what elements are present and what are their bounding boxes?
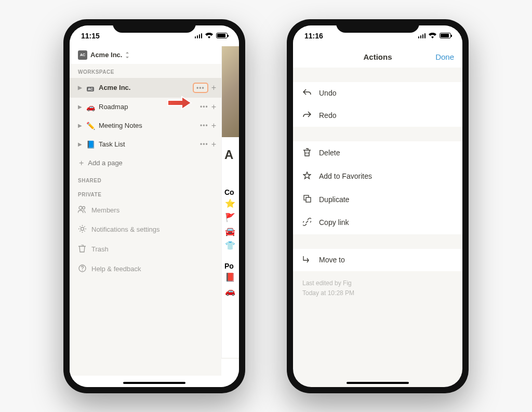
spacer	[293, 68, 462, 82]
row-actions: ••• +	[200, 121, 216, 130]
copy-link-button[interactable]: Copy link	[293, 211, 462, 234]
page-title-peek: A	[222, 137, 239, 172]
phone-right: 11:16 Actions Done Undo	[287, 19, 469, 393]
duplicate-button[interactable]: Duplicate	[293, 188, 462, 211]
add-icon[interactable]: +	[211, 140, 216, 149]
footer: Last edited by Fig Today at 10:28 PM	[293, 271, 462, 305]
add-page-button[interactable]: + Add a page	[70, 154, 221, 172]
phone-left: 11:15 AC Acme Inc. A Co ⭐ 🚩 🚘 👕	[63, 19, 245, 393]
members-label: Members	[91, 206, 119, 214]
svg-point-1	[83, 206, 85, 209]
private-section-label: PRIVATE	[70, 187, 221, 201]
star-icon	[302, 171, 312, 181]
action-label: Duplicate	[319, 195, 349, 204]
chevron-right-icon[interactable]: ▶	[78, 123, 82, 128]
add-icon[interactable]: +	[211, 121, 216, 130]
screen-left: 11:15 AC Acme Inc. A Co ⭐ 🚩 🚘 👕	[70, 25, 239, 387]
moveto-icon	[302, 256, 312, 264]
sidebar-item-task-list[interactable]: ▶ 📘 Task List ••• +	[70, 135, 221, 154]
action-group-3: Move to	[293, 249, 462, 271]
row-actions: ••• +	[200, 102, 216, 112]
notch	[336, 19, 419, 33]
trash-button[interactable]: Trash	[70, 240, 221, 259]
more-icon[interactable]: •••	[200, 141, 208, 148]
arrow-annotation	[166, 95, 193, 113]
status-icons	[195, 33, 228, 38]
redo-icon	[302, 111, 312, 120]
workspace-logo-icon: AC	[78, 50, 87, 60]
actions-title: Actions	[363, 52, 392, 61]
trash-icon	[78, 245, 86, 254]
page-icon: 🚗	[86, 103, 95, 111]
row-actions: ••• +	[200, 140, 216, 149]
move-to-button[interactable]: Move to	[293, 249, 462, 271]
page-icon: AC	[86, 84, 95, 92]
members-icon	[78, 206, 86, 215]
add-page-label: Add a page	[88, 159, 216, 167]
svg-point-2	[81, 227, 84, 230]
settings-label: Notifications & settings	[91, 225, 160, 233]
screen-right: 11:16 Actions Done Undo	[293, 25, 462, 387]
sidebar-item-label: Task List	[99, 140, 196, 148]
sidebar-item-roadmap[interactable]: ▶ 🚗 Roadmap ••• +	[70, 98, 221, 116]
spacer	[293, 234, 462, 249]
delete-button[interactable]: Delete	[293, 141, 462, 165]
notch	[113, 19, 196, 33]
undo-button[interactable]: Undo	[293, 82, 462, 104]
trash-label: Trash	[91, 245, 109, 253]
home-indicator[interactable]	[123, 382, 185, 384]
action-label: Undo	[319, 89, 336, 97]
members-button[interactable]: Members	[70, 201, 221, 220]
add-icon[interactable]: +	[211, 83, 216, 92]
chevron-right-icon[interactable]: ▶	[78, 141, 82, 147]
undo-icon	[302, 89, 312, 98]
redo-button[interactable]: Redo	[293, 104, 462, 127]
workspace-switcher[interactable]: AC Acme Inc.	[78, 50, 129, 60]
chevron-right-icon[interactable]: ▶	[78, 104, 82, 110]
add-icon[interactable]: +	[211, 102, 216, 112]
content-peek[interactable]: A Co ⭐ 🚩 🚘 👕 Po 📕 🚗	[221, 46, 239, 358]
action-label: Move to	[319, 256, 345, 264]
wifi-icon	[205, 33, 213, 38]
last-edited-time: Today at 10:28 PM	[302, 288, 453, 298]
status-time: 11:16	[304, 32, 323, 40]
help-button[interactable]: Help & feedback	[70, 259, 221, 279]
plus-icon: +	[79, 158, 84, 168]
trash-icon	[302, 148, 312, 158]
spacer	[293, 127, 462, 141]
page-icon: 📘	[86, 140, 95, 149]
help-icon	[78, 264, 86, 274]
more-icon[interactable]: •••	[200, 122, 208, 129]
sidebar-item-label: Meeting Notes	[99, 122, 196, 129]
settings-button[interactable]: Notifications & settings	[70, 220, 221, 240]
duplicate-icon	[302, 195, 312, 204]
action-label: Add to Favorites	[319, 172, 372, 180]
chevron-updown-icon	[125, 52, 129, 58]
action-group-2: Delete Add to Favorites Duplicate Copy l…	[293, 141, 462, 234]
signal-icon	[195, 33, 203, 38]
page-subheading2-peek: Po	[222, 252, 239, 270]
status-icons	[418, 33, 451, 38]
home-indicator[interactable]	[347, 382, 409, 384]
sidebar-item-acme[interactable]: ▶ AC Acme Inc. ••• +	[70, 78, 221, 98]
svg-rect-9	[306, 197, 311, 202]
workspace-header: AC Acme Inc.	[70, 46, 239, 64]
chevron-right-icon[interactable]: ▶	[78, 85, 82, 90]
row-actions: ••• +	[193, 83, 216, 93]
workspace-section-label: WORKSPACE	[70, 64, 221, 78]
sidebar-item-label: Acme Inc.	[99, 84, 189, 91]
page-subheading-peek: Co	[222, 172, 239, 196]
more-icon[interactable]: •••	[193, 83, 208, 93]
more-icon[interactable]: •••	[200, 103, 208, 111]
help-label: Help & feedback	[91, 265, 141, 273]
favorite-button[interactable]: Add to Favorites	[293, 165, 462, 188]
battery-icon	[440, 33, 451, 38]
sidebar-item-meeting-notes[interactable]: ▶ ✏️ Meeting Notes ••• +	[70, 116, 221, 135]
action-label: Delete	[319, 149, 340, 157]
battery-icon	[216, 33, 228, 38]
last-edited-label: Last edited by Fig	[302, 278, 453, 288]
action-label: Copy link	[319, 218, 349, 227]
page-icon: ✏️	[86, 122, 95, 130]
shared-section-label: SHARED	[70, 172, 221, 187]
done-button[interactable]: Done	[435, 52, 454, 61]
